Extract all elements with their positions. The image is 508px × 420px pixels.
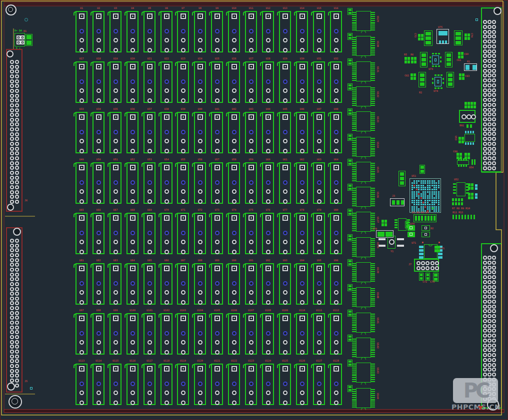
chip-passive-footprint[interactable] — [420, 165, 425, 174]
chip-passive-footprint[interactable] — [458, 52, 464, 58]
soic-ic-footprint[interactable]: U138 — [348, 237, 378, 259]
capacitor-footprint[interactable] — [418, 72, 426, 87]
soic-ic-footprint[interactable]: U136 — [348, 187, 378, 209]
relay-footprint[interactable] — [92, 11, 104, 52]
relay-footprint[interactable] — [330, 112, 342, 153]
relay-footprint[interactable] — [177, 313, 189, 355]
connector-footprint[interactable] — [414, 214, 436, 222]
relay-footprint[interactable] — [110, 11, 122, 52]
chip-passive-footprint[interactable] — [464, 215, 469, 219]
soic-ic-footprint[interactable]: U132 — [348, 86, 378, 108]
relay-footprint[interactable] — [296, 61, 308, 103]
qfn-ic-footprint[interactable] — [430, 53, 442, 67]
relay-footprint[interactable] — [76, 263, 88, 305]
relay-footprint[interactable] — [160, 313, 172, 355]
soic-ic-footprint[interactable]: U135 — [348, 162, 378, 184]
chip-passive-footprint[interactable] — [464, 102, 470, 108]
relay-footprint[interactable] — [126, 11, 138, 52]
relay-footprint[interactable] — [144, 11, 156, 52]
relay-footprint[interactable] — [126, 263, 138, 305]
chip-passive-footprint[interactable] — [459, 73, 464, 80]
qfn-ic-footprint[interactable] — [432, 74, 444, 89]
relay-footprint[interactable] — [228, 364, 240, 405]
relay-footprint[interactable] — [211, 263, 223, 305]
relay-footprint[interactable] — [110, 112, 122, 153]
relay-footprint[interactable] — [177, 213, 189, 254]
relay-footprint[interactable] — [126, 213, 138, 254]
relay-footprint[interactable] — [262, 112, 274, 153]
bypass-cap-footprint[interactable] — [348, 108, 352, 115]
relay-footprint[interactable] — [92, 112, 104, 153]
chip-passive-footprint[interactable] — [468, 193, 474, 199]
relay-footprint[interactable] — [262, 213, 274, 254]
crystal-footprint[interactable] — [378, 236, 404, 249]
relay-footprint[interactable] — [330, 263, 342, 305]
bypass-cap-footprint[interactable] — [348, 83, 352, 90]
resistor-footprint[interactable] — [464, 63, 477, 71]
relay-footprint[interactable] — [92, 313, 104, 355]
relay-footprint[interactable] — [279, 263, 291, 305]
chip-passive-footprint[interactable] — [468, 183, 474, 190]
terminal-block-footprint[interactable] — [459, 110, 476, 123]
relay-footprint[interactable] — [194, 112, 206, 153]
capacitor-footprint[interactable] — [398, 171, 406, 186]
relay-footprint[interactable] — [330, 162, 342, 204]
bypass-cap-footprint[interactable] — [348, 310, 352, 317]
relay-footprint[interactable] — [313, 364, 325, 405]
chip-passive-footprint[interactable] — [452, 215, 457, 219]
relay-footprint[interactable] — [313, 162, 325, 204]
relay-footprint[interactable] — [160, 213, 172, 254]
resistor-array-footprint[interactable] — [452, 198, 464, 206]
chip-passive-footprint[interactable] — [464, 33, 470, 40]
relay-footprint[interactable] — [144, 313, 156, 355]
relay-footprint[interactable] — [296, 162, 308, 204]
chip-passive-footprint[interactable] — [475, 193, 478, 199]
bypass-cap-footprint[interactable] — [348, 58, 352, 65]
relay-footprint[interactable] — [228, 263, 240, 305]
soic8-footprint[interactable] — [457, 158, 469, 167]
relay-footprint[interactable] — [177, 61, 189, 103]
chip-passive-footprint[interactable] — [458, 215, 463, 219]
relay-footprint[interactable] — [262, 263, 274, 305]
relay-footprint[interactable] — [279, 213, 291, 254]
bypass-cap-footprint[interactable] — [348, 385, 352, 392]
diode-bridge-footprint[interactable] — [408, 225, 430, 238]
relay-footprint[interactable] — [279, 162, 291, 204]
relay-footprint[interactable] — [144, 364, 156, 405]
soic-ic-footprint[interactable]: U129 — [348, 11, 378, 33]
chip-passive-footprint[interactable] — [472, 159, 476, 165]
bypass-cap-footprint[interactable] — [348, 284, 352, 291]
relay-footprint[interactable] — [177, 162, 189, 204]
relay-footprint[interactable] — [279, 61, 291, 103]
relay-footprint[interactable] — [144, 162, 156, 204]
relay-footprint[interactable] — [76, 11, 88, 52]
relay-footprint[interactable] — [245, 61, 257, 103]
soic-ic-footprint[interactable]: U133 — [348, 111, 378, 133]
relay-footprint[interactable] — [211, 112, 223, 153]
relay-footprint[interactable] — [279, 11, 291, 52]
relay-footprint[interactable] — [211, 213, 223, 254]
relay-footprint[interactable] — [296, 112, 308, 153]
chip-passive-footprint[interactable] — [470, 215, 475, 219]
chip-passive-footprint[interactable] — [419, 273, 424, 281]
relay-footprint[interactable] — [279, 112, 291, 153]
relay-footprint[interactable] — [211, 162, 223, 204]
soic-ic-footprint[interactable]: U141 — [348, 313, 378, 335]
bypass-cap-footprint[interactable] — [348, 234, 352, 241]
relay-footprint[interactable] — [245, 313, 257, 355]
relay-footprint[interactable] — [211, 313, 223, 355]
bypass-cap-footprint[interactable] — [348, 184, 352, 191]
chip-passive-footprint[interactable] — [411, 57, 416, 63]
relay-footprint[interactable] — [262, 162, 274, 204]
soic-ic-footprint[interactable]: U140 — [348, 287, 378, 309]
relay-footprint[interactable] — [160, 263, 172, 305]
relay-footprint[interactable] — [110, 263, 122, 305]
relay-footprint[interactable] — [279, 313, 291, 355]
relay-footprint[interactable] — [177, 11, 189, 52]
relay-footprint[interactable] — [245, 162, 257, 204]
relay-footprint[interactable] — [313, 11, 325, 52]
relay-footprint[interactable] — [262, 364, 274, 405]
relay-footprint[interactable] — [110, 162, 122, 204]
relay-footprint[interactable] — [245, 364, 257, 405]
relay-footprint[interactable] — [313, 313, 325, 355]
